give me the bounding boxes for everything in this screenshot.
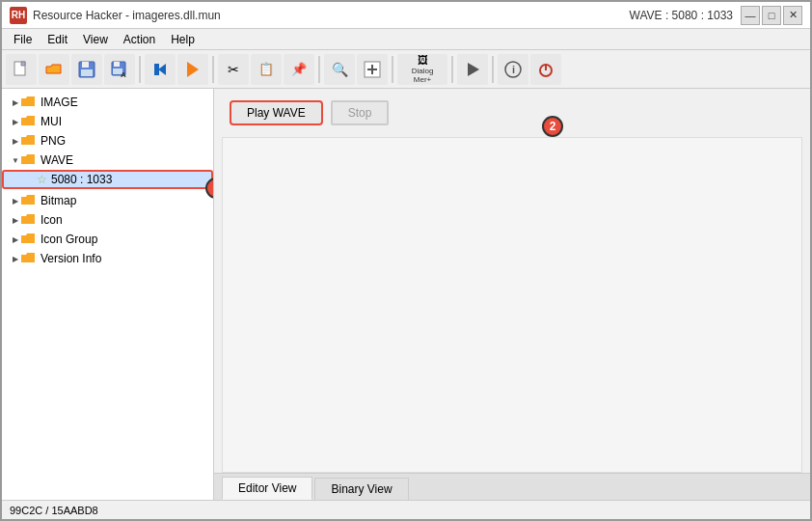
play-button[interactable]: [457, 54, 488, 85]
svg-rect-2: [82, 62, 89, 68]
tree-label-IMAGE: IMAGE: [41, 96, 78, 109]
tree-label-WAVE: WAVE: [41, 153, 73, 167]
tree-label-PNG: PNG: [41, 134, 66, 148]
folder-icon-PNG: [21, 135, 37, 147]
svg-text:A: A: [121, 70, 126, 79]
tree-item-IMAGE[interactable]: ▶ IMAGE: [2, 93, 213, 112]
search-button[interactable]: 🔍: [324, 54, 355, 85]
folder-icon-IconGroup: [21, 233, 37, 245]
toolbar: A ✂ 📋 📌 🔍 🖼 DialogMer+: [2, 50, 810, 89]
content-area: [222, 137, 802, 473]
tree-label-VersionInfo: Version Info: [41, 252, 101, 265]
go-back-button[interactable]: [145, 54, 176, 85]
separator-6: [492, 56, 494, 83]
titlebar: RH Resource Hacker - imageres.dll.mun WA…: [2, 2, 810, 29]
dialog-merge-button[interactable]: 🖼 DialogMer+: [397, 54, 447, 85]
separator-4: [392, 56, 393, 83]
tree-item-Bitmap[interactable]: ▶ Bitmap: [2, 191, 213, 210]
close-button[interactable]: ✕: [783, 6, 802, 25]
arrow-VersionInfo: ▶: [10, 253, 21, 264]
menu-help[interactable]: Help: [163, 31, 203, 48]
annotation-2: 2: [542, 116, 563, 137]
power-button[interactable]: [530, 54, 561, 85]
wave-status: WAVE : 5080 : 1033: [630, 9, 733, 22]
menubar: File Edit View Action Help: [2, 29, 810, 50]
folder-icon-WAVE: [21, 154, 37, 166]
save-button[interactable]: [71, 54, 102, 85]
right-panel: Play WAVE Stop 2 Editor View Binary View: [214, 89, 810, 500]
tab-editor-view[interactable]: Editor View: [222, 477, 312, 500]
bookmark-button[interactable]: [177, 54, 208, 85]
new-resource-button[interactable]: [357, 54, 388, 85]
folder-icon-Bitmap: [21, 195, 37, 206]
arrow-WAVE: ▼: [10, 154, 21, 166]
maximize-button[interactable]: □: [762, 6, 781, 25]
folder-icon-IMAGE: [21, 96, 37, 108]
tab-binary-view[interactable]: Binary View: [314, 478, 408, 500]
menu-file[interactable]: File: [6, 31, 40, 48]
menu-view[interactable]: View: [75, 31, 116, 48]
tree-item-IconGroup[interactable]: ▶ Icon Group: [2, 230, 213, 249]
app-logo: RH: [10, 7, 27, 24]
status-text: 99C2C / 15AABD8: [10, 505, 98, 516]
svg-rect-3: [81, 69, 93, 76]
separator-5: [451, 56, 453, 83]
tree-label-Icon: Icon: [41, 213, 63, 227]
arrow-Bitmap: ▶: [10, 195, 21, 206]
window-controls: — □ ✕: [741, 6, 802, 25]
arrow-MUI: ▶: [10, 116, 21, 127]
folder-icon-VersionInfo: [21, 253, 37, 264]
window-title: Resource Hacker - imageres.dll.mun: [33, 9, 630, 22]
tree-item-VersionInfo[interactable]: ▶ Version Info: [2, 249, 213, 268]
save-as-button[interactable]: A: [104, 54, 135, 85]
play-wave-button[interactable]: Play WAVE: [230, 100, 323, 125]
arrow-IconGroup: ▶: [10, 233, 21, 245]
svg-text:i: i: [512, 64, 515, 75]
tree-label-WAVE-child: 5080 : 1033: [51, 173, 112, 186]
folder-icon-MUI: [21, 116, 37, 127]
tree-item-Icon[interactable]: ▶ Icon: [2, 210, 213, 230]
arrow-WAVE-child: ▶: [25, 174, 37, 185]
tree-label-IconGroup: Icon Group: [41, 233, 97, 246]
arrow-Icon: ▶: [10, 214, 21, 226]
separator-2: [212, 56, 214, 83]
open-button[interactable]: [39, 54, 69, 85]
svg-marker-8: [158, 64, 166, 75]
new-button[interactable]: [6, 54, 37, 85]
bottom-tabs: Editor View Binary View: [214, 473, 810, 500]
resource-tree: ▶ IMAGE ▶ MUI ▶ PNG ▼ WAVE: [2, 89, 214, 500]
menu-edit[interactable]: Edit: [40, 31, 75, 48]
separator-1: [139, 56, 141, 83]
main-window: RH Resource Hacker - imageres.dll.mun WA…: [0, 0, 812, 521]
tree-label-Bitmap: Bitmap: [41, 194, 76, 207]
menu-action[interactable]: Action: [116, 31, 163, 48]
tree-item-MUI[interactable]: ▶ MUI: [2, 112, 213, 131]
statusbar: 99C2C / 15AABD8: [2, 500, 810, 519]
arrow-IMAGE: ▶: [10, 96, 21, 108]
copy-button[interactable]: 📋: [251, 54, 282, 85]
tree-item-WAVE[interactable]: ▼ WAVE: [2, 151, 213, 170]
tree-item-PNG[interactable]: ▶ PNG: [2, 131, 213, 151]
minimize-button[interactable]: —: [741, 6, 760, 25]
separator-3: [318, 56, 320, 83]
svg-marker-14: [468, 63, 479, 76]
tree-label-MUI: MUI: [41, 115, 62, 128]
svg-marker-10: [187, 62, 199, 77]
folder-icon-Icon: [21, 214, 37, 226]
star-icon: ☆: [37, 173, 47, 186]
cut-button[interactable]: ✂: [218, 54, 249, 85]
arrow-PNG: ▶: [10, 135, 21, 147]
stop-wave-button[interactable]: Stop: [331, 100, 390, 125]
paste-button[interactable]: 📌: [284, 54, 314, 85]
main-content: ▶ IMAGE ▶ MUI ▶ PNG ▼ WAVE: [2, 89, 810, 500]
tree-item-WAVE-child[interactable]: ▶ ☆ 5080 : 1033: [2, 170, 213, 189]
svg-rect-5: [114, 62, 120, 67]
svg-rect-9: [154, 64, 159, 75]
info-button[interactable]: i: [498, 54, 528, 85]
wave-controls: Play WAVE Stop 2: [214, 89, 810, 137]
